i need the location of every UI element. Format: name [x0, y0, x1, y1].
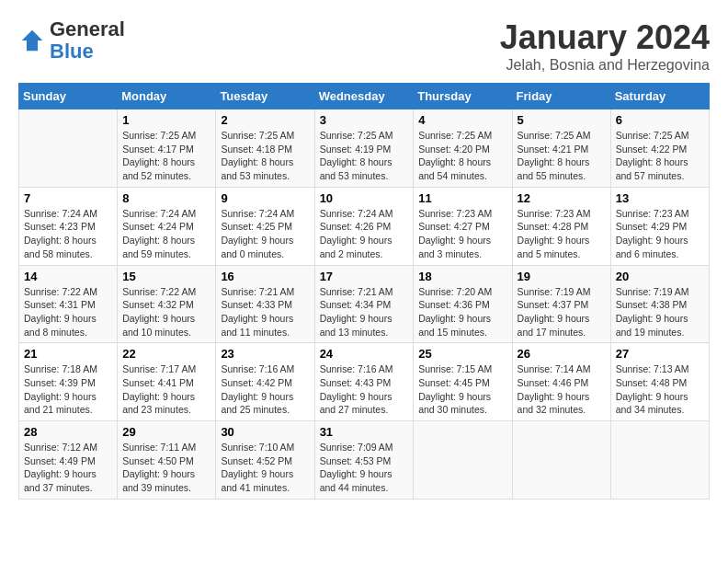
calendar-cell: 20 Sunrise: 7:19 AM Sunset: 4:38 PM Dayl… — [610, 265, 709, 343]
day-number: 15 — [122, 270, 210, 283]
day-number: 9 — [221, 191, 309, 205]
col-sunday: Sunday — [19, 84, 118, 109]
daylight-text: Daylight: 8 hours and 59 minutes. — [122, 234, 210, 260]
calendar-cell: 22 Sunrise: 7:17 AM Sunset: 4:41 PM Dayl… — [118, 343, 216, 421]
sunset-text: Sunset: 4:52 PM — [221, 454, 309, 468]
day-number: 20 — [616, 270, 704, 283]
day-number: 28 — [24, 425, 112, 439]
sunrise-text: Sunrise: 7:16 AM — [221, 362, 309, 376]
sunrise-text: Sunrise: 7:10 AM — [221, 441, 309, 454]
day-info: Sunrise: 7:23 AM Sunset: 4:29 PM Dayligh… — [616, 207, 704, 261]
day-info: Sunrise: 7:25 AM Sunset: 4:18 PM Dayligh… — [221, 129, 309, 183]
calendar-week-4: 21 Sunrise: 7:18 AM Sunset: 4:39 PM Dayl… — [19, 343, 710, 421]
calendar-cell: 3 Sunrise: 7:25 AM Sunset: 4:19 PM Dayli… — [314, 109, 414, 188]
daylight-text: Daylight: 9 hours and 3 minutes. — [418, 234, 506, 260]
day-number: 1 — [122, 113, 210, 127]
day-number: 2 — [221, 113, 309, 127]
calendar-cell: 2 Sunrise: 7:25 AM Sunset: 4:18 PM Dayli… — [216, 109, 314, 188]
daylight-text: Daylight: 8 hours and 55 minutes. — [518, 155, 606, 182]
daylight-text: Daylight: 8 hours and 54 minutes. — [418, 155, 506, 182]
day-info: Sunrise: 7:13 AM Sunset: 4:48 PM Dayligh… — [616, 362, 704, 417]
logo-icon — [18, 27, 46, 54]
calendar-cell — [512, 421, 610, 500]
day-info: Sunrise: 7:24 AM Sunset: 4:25 PM Dayligh… — [221, 207, 309, 261]
sunset-text: Sunset: 4:32 PM — [122, 298, 210, 312]
sunset-text: Sunset: 4:39 PM — [24, 376, 112, 390]
calendar-cell: 24 Sunrise: 7:16 AM Sunset: 4:43 PM Dayl… — [314, 343, 414, 421]
day-info: Sunrise: 7:18 AM Sunset: 4:39 PM Dayligh… — [24, 362, 112, 417]
sunrise-text: Sunrise: 7:25 AM — [122, 129, 210, 143]
sunset-text: Sunset: 4:23 PM — [24, 220, 112, 234]
calendar-cell: 15 Sunrise: 7:22 AM Sunset: 4:32 PM Dayl… — [118, 265, 216, 343]
day-number: 4 — [418, 113, 506, 127]
daylight-text: Daylight: 9 hours and 25 minutes. — [221, 390, 309, 417]
sunrise-text: Sunrise: 7:23 AM — [616, 207, 704, 221]
daylight-text: Daylight: 9 hours and 27 minutes. — [320, 390, 409, 417]
calendar-cell: 17 Sunrise: 7:21 AM Sunset: 4:34 PM Dayl… — [314, 265, 414, 343]
daylight-text: Daylight: 9 hours and 6 minutes. — [616, 234, 704, 260]
daylight-text: Daylight: 9 hours and 37 minutes. — [24, 467, 112, 494]
day-number: 14 — [24, 270, 112, 283]
day-number: 23 — [221, 347, 309, 361]
sunset-text: Sunset: 4:20 PM — [418, 143, 506, 156]
calendar-cell — [414, 421, 512, 500]
calendar-cell: 21 Sunrise: 7:18 AM Sunset: 4:39 PM Dayl… — [19, 343, 118, 421]
daylight-text: Daylight: 9 hours and 23 minutes. — [122, 390, 210, 417]
col-thursday: Thursday — [414, 84, 512, 109]
calendar-week-1: 1 Sunrise: 7:25 AM Sunset: 4:17 PM Dayli… — [19, 109, 710, 188]
calendar-week-2: 7 Sunrise: 7:24 AM Sunset: 4:23 PM Dayli… — [19, 187, 710, 265]
day-number: 5 — [518, 113, 606, 127]
day-number: 6 — [616, 113, 704, 127]
calendar-cell — [610, 421, 709, 500]
sunset-text: Sunset: 4:37 PM — [518, 298, 606, 312]
daylight-text: Daylight: 9 hours and 5 minutes. — [518, 234, 606, 260]
day-number: 31 — [320, 425, 409, 439]
day-number: 19 — [518, 270, 606, 283]
daylight-text: Daylight: 9 hours and 32 minutes. — [518, 390, 606, 417]
sunrise-text: Sunrise: 7:24 AM — [122, 207, 210, 221]
page-header: General Blue January 2024 Jelah, Bosnia … — [18, 18, 710, 74]
calendar-cell: 27 Sunrise: 7:13 AM Sunset: 4:48 PM Dayl… — [610, 343, 709, 421]
daylight-text: Daylight: 9 hours and 17 minutes. — [518, 312, 606, 339]
calendar-cell: 9 Sunrise: 7:24 AM Sunset: 4:25 PM Dayli… — [216, 187, 314, 265]
day-info: Sunrise: 7:25 AM Sunset: 4:21 PM Dayligh… — [518, 129, 606, 183]
daylight-text: Daylight: 8 hours and 53 minutes. — [221, 155, 309, 182]
sunrise-text: Sunrise: 7:23 AM — [518, 207, 606, 221]
logo-general: General — [50, 17, 125, 40]
sunrise-text: Sunrise: 7:25 AM — [518, 129, 606, 143]
sunset-text: Sunset: 4:18 PM — [221, 143, 309, 156]
calendar-cell: 19 Sunrise: 7:19 AM Sunset: 4:37 PM Dayl… — [512, 265, 610, 343]
day-number: 12 — [518, 191, 606, 205]
sunrise-text: Sunrise: 7:25 AM — [320, 129, 409, 143]
sunrise-text: Sunrise: 7:12 AM — [24, 441, 112, 454]
day-info: Sunrise: 7:11 AM Sunset: 4:50 PM Dayligh… — [122, 441, 210, 495]
sunrise-text: Sunrise: 7:17 AM — [122, 362, 210, 376]
day-info: Sunrise: 7:14 AM Sunset: 4:46 PM Dayligh… — [518, 362, 606, 417]
calendar-cell: 12 Sunrise: 7:23 AM Sunset: 4:28 PM Dayl… — [512, 187, 610, 265]
sunrise-text: Sunrise: 7:21 AM — [221, 285, 309, 299]
sunrise-text: Sunrise: 7:11 AM — [122, 441, 210, 454]
logo-blue: Blue — [50, 40, 94, 63]
day-info: Sunrise: 7:23 AM Sunset: 4:27 PM Dayligh… — [418, 207, 506, 261]
sunrise-text: Sunrise: 7:23 AM — [418, 207, 506, 221]
calendar-body: 1 Sunrise: 7:25 AM Sunset: 4:17 PM Dayli… — [19, 109, 710, 500]
calendar-cell: 29 Sunrise: 7:11 AM Sunset: 4:50 PM Dayl… — [118, 421, 216, 500]
daylight-text: Daylight: 9 hours and 13 minutes. — [320, 312, 409, 339]
daylight-text: Daylight: 9 hours and 34 minutes. — [616, 390, 704, 417]
calendar-week-3: 14 Sunrise: 7:22 AM Sunset: 4:31 PM Dayl… — [19, 265, 710, 343]
calendar-cell: 13 Sunrise: 7:23 AM Sunset: 4:29 PM Dayl… — [610, 187, 709, 265]
sunset-text: Sunset: 4:27 PM — [418, 220, 506, 234]
sunset-text: Sunset: 4:38 PM — [616, 298, 704, 312]
day-info: Sunrise: 7:16 AM Sunset: 4:43 PM Dayligh… — [320, 362, 409, 417]
day-number: 7 — [24, 191, 112, 205]
col-tuesday: Tuesday — [216, 84, 314, 109]
day-number: 10 — [320, 191, 409, 205]
daylight-text: Daylight: 8 hours and 53 minutes. — [320, 155, 409, 182]
daylight-text: Daylight: 9 hours and 15 minutes. — [418, 312, 506, 339]
sunset-text: Sunset: 4:43 PM — [320, 376, 409, 390]
sunset-text: Sunset: 4:36 PM — [418, 298, 506, 312]
sunset-text: Sunset: 4:21 PM — [518, 143, 606, 156]
day-info: Sunrise: 7:25 AM Sunset: 4:19 PM Dayligh… — [320, 129, 409, 183]
calendar-cell: 28 Sunrise: 7:12 AM Sunset: 4:49 PM Dayl… — [19, 421, 118, 500]
logo: General Blue — [18, 18, 125, 63]
